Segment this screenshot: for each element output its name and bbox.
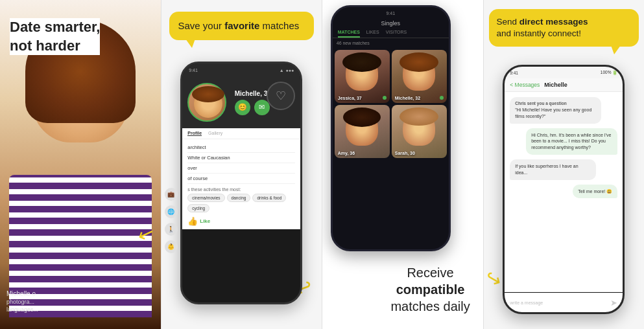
sidebar-icon-other[interactable]: 👶 [165, 240, 178, 253]
amy-label: Amy, 36 [338, 151, 355, 155]
like-section: 👍 Like [187, 216, 295, 226]
caption-line3: matches daily [390, 298, 470, 315]
phone-nav-tabs: Profile Gallery [182, 128, 300, 139]
p4-status-bar: 9:41 100% 🔋 [505, 67, 623, 78]
michelle-label: Michelle, 32 [395, 96, 420, 100]
jessica-label: Jessica, 37 [338, 96, 362, 100]
chat-partner-name: Michelle [544, 82, 567, 88]
panel-messages: Send direct messages and instantly conne… [483, 0, 645, 329]
profile-avatar [187, 83, 226, 122]
panel-date-smarter: 😊 Date smarter, not harder Michelle o ph… [0, 0, 161, 329]
michelle-online-dot [440, 96, 444, 100]
profile-action-btns: 😊 ✉ [235, 100, 271, 115]
detail-over: over [187, 163, 295, 174]
sarah-hair [400, 108, 438, 126]
msg-outgoing-1: Hi Chris, hm. It's been a while since I'… [526, 128, 617, 155]
tab-likes[interactable]: LIKES [366, 30, 379, 38]
message-button[interactable]: ✉ [254, 100, 270, 115]
detail-ethnicity: White or Caucasian [187, 153, 295, 163]
avatar-hair [192, 86, 224, 102]
like-button[interactable]: Like [200, 218, 210, 224]
tag-dancing: dancing [227, 194, 251, 202]
message-input-placeholder[interactable]: write a message [510, 301, 606, 305]
status-bar: 9:41 ▲ ●●● [182, 63, 300, 76]
caption-line2: compatible [390, 281, 470, 298]
bubble-tail [185, 39, 195, 48]
sidebar-icon-globe[interactable]: 🌐 [165, 205, 178, 218]
user-photos: photogra... [6, 299, 38, 305]
amy-hair [343, 108, 381, 127]
matches-photo-grid: Jessica, 37 Michelle, 32 Amy, 36 Sarah, … [333, 48, 449, 160]
direct-messages-bubble: Send direct messages and instantly conne… [489, 9, 639, 47]
phone-mockup-3: 9:41 Singles MATCHES LIKES VISITORS 46 n… [331, 5, 451, 251]
profile-info: Michelle, 32 😊 ✉ [235, 90, 271, 115]
p4-time: 9:41 [510, 71, 518, 75]
detail-of-course: of course [187, 174, 295, 184]
msg-outgoing-2: Tell me more! 😃 [573, 185, 617, 199]
back-button[interactable]: < Messages [510, 82, 540, 88]
thumbs-up-icon: 👍 [187, 216, 198, 226]
sarah-label: Sarah, 30 [395, 151, 415, 155]
msg-sender-label: Chris sent you a question [515, 101, 596, 106]
matches-count: 46 new matches [333, 38, 449, 48]
match-jessica[interactable]: Jessica, 37 [335, 50, 390, 103]
save-matches-bubble: Save your favorite matches [169, 12, 315, 40]
user-name: Michelle o [6, 290, 38, 297]
match-michelle[interactable]: Michelle, 32 [392, 50, 447, 103]
activity-tags: cinema/movies dancing drinks & food cycl… [187, 194, 295, 212]
profile-details: architect White or Caucasian over of cou… [182, 139, 300, 229]
woman-figure: 😊 [9, 19, 152, 317]
match-amy[interactable]: Amy, 36 [335, 105, 390, 158]
status-icons: ▲ ●●● [280, 68, 294, 73]
signal-icon: ●●● [286, 68, 294, 73]
caption-line1: Receive [390, 264, 470, 281]
msg-text-1: "Hi Michelle! Have you seen any good fil… [515, 107, 596, 120]
p3-tabs-bar: MATCHES LIKES VISITORS [333, 28, 449, 38]
tab-visitors[interactable]: VISITORS [386, 30, 407, 38]
sidebar-icons: 💼 🌐 🚶 👶 [165, 188, 178, 253]
user-info: Michelle o photogra... languages... [6, 290, 38, 313]
match-sarah[interactable]: Sarah, 30 [392, 105, 447, 158]
nav-profile[interactable]: Profile [187, 131, 202, 136]
activities-label: s these activities the most: [187, 187, 295, 192]
profile-section: Michelle, 32 😊 ✉ ♡ [182, 76, 300, 128]
msg-text-2: Hi Chris, hm. It's been a while since I'… [531, 132, 612, 151]
compatible-matches-caption: Receive compatible matches daily [390, 264, 470, 315]
message-input-bar: write a message ➤ [505, 293, 623, 312]
nav-gallery[interactable]: Gallery [208, 131, 222, 136]
time-display: 9:41 [189, 68, 198, 73]
michelle-hair [400, 52, 438, 72]
p3-singles-title: Singles [333, 19, 449, 28]
profile-name: Michelle, 32 [235, 90, 271, 97]
send-icon[interactable]: ➤ [610, 298, 617, 308]
msg-text-3: If you like superheros I have an idea... [515, 163, 591, 176]
tag-cinema: cinema/movies [187, 194, 224, 202]
jessica-online-dot [383, 96, 387, 100]
detail-architect: architect [187, 142, 295, 153]
chat-messages-area: Chris sent you a question "Hi Michelle! … [505, 92, 623, 292]
sidebar-icon-baby[interactable]: 🚶 [165, 223, 178, 236]
wifi-icon: ▲ [280, 68, 284, 73]
heart-favorite-button[interactable]: ♡ [267, 82, 295, 110]
msg-incoming-1: Chris sent you a question "Hi Michelle! … [510, 97, 601, 124]
p4-battery: 100% 🔋 [601, 70, 617, 75]
smiley-button[interactable]: 😊 [235, 100, 250, 115]
p4-chat-header: < Messages Michelle [505, 78, 623, 92]
panel-matches: 9:41 Singles MATCHES LIKES VISITORS 46 n… [322, 0, 483, 329]
msg-incoming-2: If you like superheros I have an idea... [510, 159, 596, 180]
headline-date-smarter: Date smarter, not harder [10, 18, 100, 55]
phone-mockup-2: 9:41 ▲ ●●● Michelle, 32 😊 ✉ ♡ [180, 62, 302, 304]
sidebar-icon-briefcase[interactable]: 💼 [165, 188, 178, 201]
panel-save-matches: Save your favorite matches 9:41 ▲ ●●● Mi… [161, 0, 322, 329]
user-languages: languages... [6, 306, 38, 313]
jessica-hair [342, 52, 381, 72]
tag-cycling: cycling [187, 204, 209, 212]
bubble-tail-right [611, 45, 621, 54]
tab-matches[interactable]: MATCHES [338, 30, 360, 38]
tag-drinks: drinks & food [252, 194, 286, 202]
p3-status-bar: 9:41 [333, 7, 449, 19]
phone-mockup-4: 9:41 100% 🔋 < Messages Michelle Chris se… [503, 65, 625, 314]
msg-text-4: Tell me more! 😃 [578, 188, 612, 195]
p3-status-text: 9:41 [386, 11, 395, 16]
